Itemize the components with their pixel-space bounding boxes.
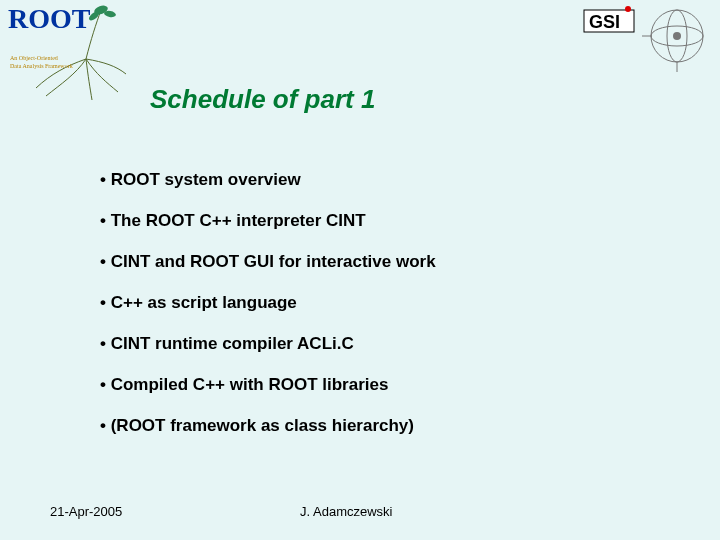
- list-item: CINT and ROOT GUI for interactive work: [100, 252, 680, 272]
- list-item: CINT runtime compiler ACLi.C: [100, 334, 680, 354]
- list-item: (ROOT framework as class hierarchy): [100, 416, 680, 436]
- footer-date: 21-Apr-2005: [50, 504, 122, 519]
- gsi-logo: GSI: [582, 6, 712, 76]
- root-logo-text: ROOT: [8, 4, 91, 34]
- slide-footer: 21-Apr-2005 J. Adamczewski: [0, 504, 720, 528]
- gsi-logo-text: GSI: [589, 12, 620, 32]
- svg-text:Data Analysis Framework: Data Analysis Framework: [10, 63, 73, 69]
- svg-text:An Object-Oriented: An Object-Oriented: [10, 55, 58, 61]
- list-item: ROOT system overview: [100, 170, 680, 190]
- footer-author: J. Adamczewski: [300, 504, 392, 519]
- slide-title: Schedule of part 1: [150, 84, 375, 115]
- list-item: Compiled C++ with ROOT libraries: [100, 375, 680, 395]
- list-item: C++ as script language: [100, 293, 680, 313]
- svg-point-6: [625, 6, 631, 12]
- bullet-list: ROOT system overview The ROOT C++ interp…: [100, 170, 680, 457]
- root-logo: ROOT An Object-Oriented Data Analysis Fr…: [6, 4, 131, 104]
- list-item: The ROOT C++ interpreter CINT: [100, 211, 680, 231]
- svg-point-12: [673, 32, 681, 40]
